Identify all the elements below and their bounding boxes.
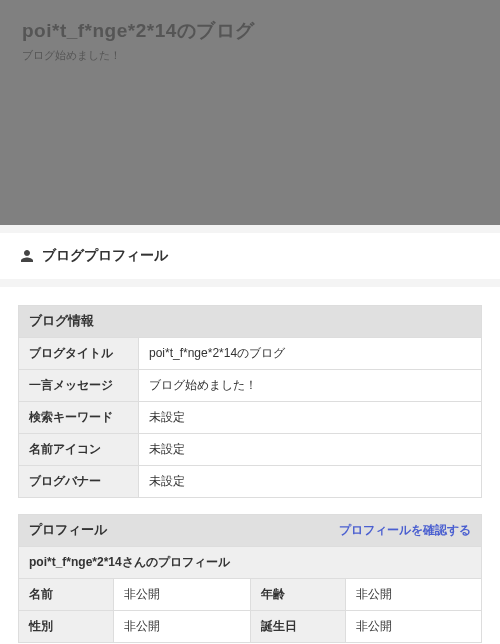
section-bar-label: ブログプロフィール (42, 247, 168, 265)
row-value: 非公開 (345, 611, 482, 643)
page: poi*t_f*nge*2*14のブログ ブログ始めました！ ブログプロフィール… (0, 0, 500, 644)
profile-subheading: poi*t_f*nge*2*14さんのプロフィール (19, 547, 482, 579)
row-value: poi*t_f*nge*2*14のブログ (139, 338, 482, 370)
row-label: 検索キーワード (19, 402, 139, 434)
table-row: ブログバナー 未設定 (19, 466, 482, 498)
table-row: 一言メッセージ ブログ始めました！ (19, 370, 482, 402)
row-value: 未設定 (139, 466, 482, 498)
row-label: ブログバナー (19, 466, 139, 498)
row-label: 誕生日 (250, 611, 345, 643)
blog-title: poi*t_f*nge*2*14のブログ (22, 18, 478, 44)
table-row: 名前 非公開 年齢 非公開 (19, 579, 482, 611)
row-value: 非公開 (114, 611, 251, 643)
blog-info-table: ブログ情報 ブログタイトル poi*t_f*nge*2*14のブログ 一言メッセ… (18, 305, 482, 498)
profile-confirm-link[interactable]: プロフィールを確認する (339, 522, 471, 539)
hero-banner: poi*t_f*nge*2*14のブログ ブログ始めました！ (0, 0, 500, 225)
row-value: 非公開 (345, 579, 482, 611)
row-label: ブログタイトル (19, 338, 139, 370)
profile-heading-row: プロフィール プロフィールを確認する (19, 515, 482, 547)
row-label: 一言メッセージ (19, 370, 139, 402)
person-icon (18, 247, 36, 265)
row-label: 年齢 (250, 579, 345, 611)
profile-heading: プロフィール (29, 522, 107, 539)
blog-subtitle: ブログ始めました！ (22, 48, 478, 63)
table-row: ブログタイトル poi*t_f*nge*2*14のブログ (19, 338, 482, 370)
table-row: 検索キーワード 未設定 (19, 402, 482, 434)
row-value: 未設定 (139, 434, 482, 466)
table-row: 性別 非公開 誕生日 非公開 (19, 611, 482, 643)
section-bar: ブログプロフィール (0, 233, 500, 279)
row-label: 性別 (19, 611, 114, 643)
row-value: ブログ始めました！ (139, 370, 482, 402)
profile-table: プロフィール プロフィールを確認する poi*t_f*nge*2*14さんのプロ… (18, 514, 482, 643)
blog-info-heading: ブログ情報 (19, 306, 482, 338)
row-value: 未設定 (139, 402, 482, 434)
table-row: 名前アイコン 未設定 (19, 434, 482, 466)
row-value: 非公開 (114, 579, 251, 611)
content: ブログ情報 ブログタイトル poi*t_f*nge*2*14のブログ 一言メッセ… (0, 287, 500, 644)
row-label: 名前アイコン (19, 434, 139, 466)
row-label: 名前 (19, 579, 114, 611)
